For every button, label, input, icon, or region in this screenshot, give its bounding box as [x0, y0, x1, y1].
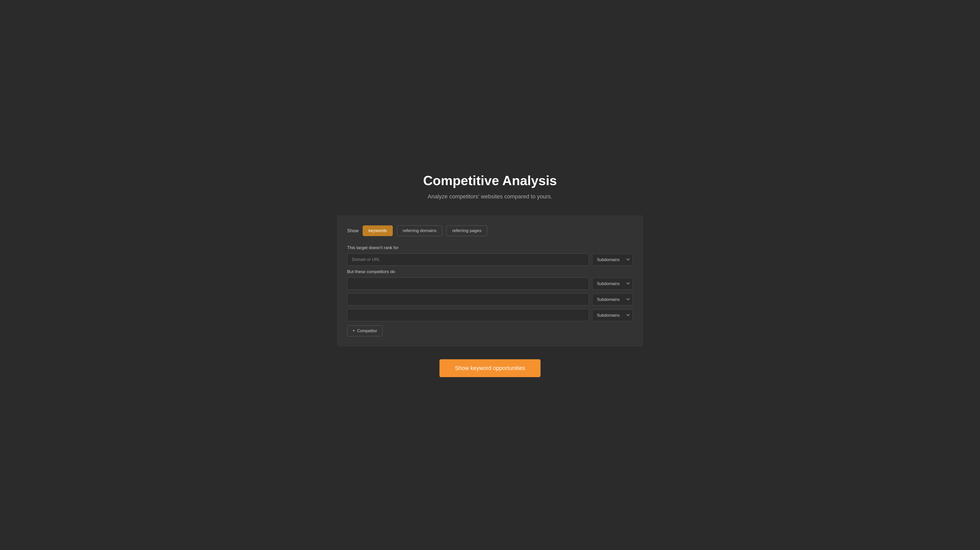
competitor-row-2: Subdomains — [347, 293, 633, 306]
page-subtitle: Analyze competitors' websites compared t… — [428, 193, 552, 200]
target-input-row: Subdomains — [347, 254, 633, 266]
add-competitor-button[interactable]: + Competitor — [347, 325, 383, 336]
competitor-select-3[interactable]: Subdomains — [592, 309, 633, 321]
page-title: Competitive Analysis — [423, 173, 557, 188]
show-label: Show — [347, 228, 359, 233]
competitor-row-3: Subdomains — [347, 309, 633, 321]
target-label: This target doesn't rank for — [347, 245, 633, 250]
show-row: Show keywords referring domains referrin… — [347, 225, 633, 236]
competitor-input-1[interactable] — [347, 277, 589, 290]
show-keyword-opportunities-button[interactable]: Show keyword opportunities — [439, 359, 540, 377]
add-competitor-label: Competitor — [357, 329, 377, 333]
target-domain-input[interactable] — [347, 254, 589, 266]
tab-keywords[interactable]: keywords — [363, 225, 393, 236]
competitors-label: But these competitors do — [347, 269, 633, 274]
main-card: Show keywords referring domains referrin… — [337, 215, 643, 347]
competitors-section: But these competitors do Subdomains Subd… — [347, 269, 633, 336]
tab-referring-pages[interactable]: referring pages — [446, 225, 487, 236]
competitor-input-3[interactable] — [347, 309, 589, 321]
competitor-select-2[interactable]: Subdomains — [592, 293, 633, 306]
target-subdomain-select[interactable]: Subdomains — [592, 254, 633, 266]
competitor-input-2[interactable] — [347, 293, 589, 306]
competitor-select-1[interactable]: Subdomains — [592, 278, 633, 290]
plus-icon: + — [352, 328, 355, 333]
target-section: This target doesn't rank for Subdomains — [347, 245, 633, 266]
page-wrapper: Competitive Analysis Analyze competitors… — [311, 158, 669, 392]
competitor-row-1: Subdomains — [347, 277, 633, 290]
tab-referring-domains[interactable]: referring domains — [397, 225, 442, 236]
